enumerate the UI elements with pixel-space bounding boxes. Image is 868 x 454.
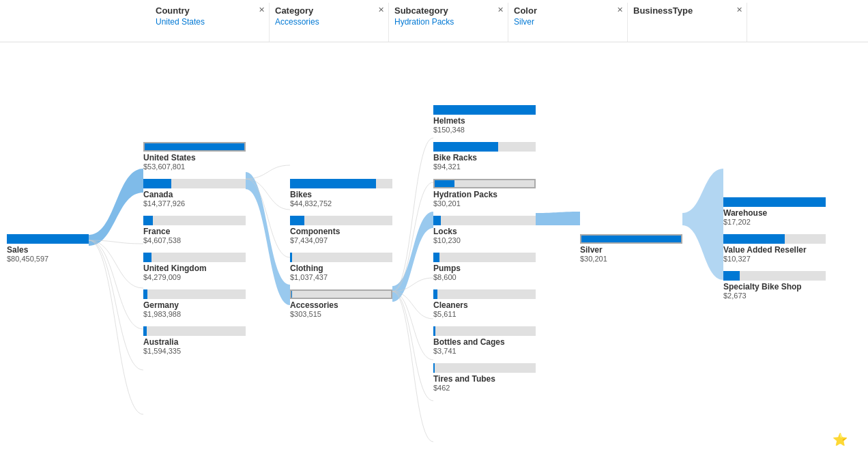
filter-country: Country United States ✕: [150, 3, 270, 42]
category-column: Bikes$44,832,752Components$7,434,097Clot…: [290, 42, 392, 454]
node-value: $30,201: [433, 199, 536, 208]
node-value: $4,607,538: [143, 236, 246, 244]
node-value: $8,600: [433, 273, 536, 281]
node-name: Bike Racks: [433, 153, 536, 162]
node-value: $10,230: [433, 236, 536, 244]
node-value: $1,983,988: [143, 310, 246, 318]
filter-label: BusinessType: [633, 5, 738, 16]
node-value: $5,611: [433, 310, 536, 318]
filter-subcategory: Subcategory Hydration Packs ✕: [389, 3, 508, 42]
node-name: Components: [290, 227, 392, 236]
list-item[interactable]: Specialty Bike Shop$2,673: [723, 271, 826, 300]
list-item[interactable]: Tires and Tubes$462: [433, 363, 536, 392]
node-name: Specialty Bike Shop: [723, 282, 826, 292]
filter-close-icon[interactable]: ✕: [259, 5, 265, 14]
filter-category: Category Accessories ✕: [270, 3, 389, 42]
filter-value: United States: [156, 17, 261, 27]
node-value: $94,321: [433, 162, 536, 171]
node-value: $14,377,926: [143, 199, 246, 208]
node-value: $1,594,335: [143, 347, 246, 355]
node-value: $2,673: [723, 292, 826, 300]
filter-value: Hydration Packs: [394, 17, 500, 27]
sales-value: $80,450,597: [7, 255, 89, 263]
filter-close-icon[interactable]: ✕: [736, 5, 742, 14]
node-name: France: [143, 227, 246, 236]
filter-close-icon[interactable]: ✕: [497, 5, 504, 14]
filter-value: Silver: [514, 17, 619, 27]
node-value: $150,348: [433, 126, 536, 134]
node-name: Tires and Tubes: [433, 374, 536, 384]
filter-label: Country: [156, 5, 261, 16]
node-name: Bikes: [290, 190, 392, 199]
node-name: Australia: [143, 337, 246, 347]
biztype-column: Warehouse$17,202Value Added Reseller$10,…: [723, 42, 826, 454]
node-name: Pumps: [433, 264, 536, 273]
list-item[interactable]: Australia$1,594,335: [143, 326, 246, 355]
list-item[interactable]: Accessories$303,515: [290, 289, 392, 318]
filter-value: Accessories: [275, 17, 380, 27]
filter-close-icon[interactable]: ✕: [378, 5, 384, 14]
list-item[interactable]: Germany$1,983,988: [143, 289, 246, 318]
node-value: $3,741: [433, 347, 536, 355]
list-item[interactable]: Value Added Reseller$10,327: [723, 234, 826, 263]
node-name: Locks: [433, 227, 536, 236]
node-name: Canada: [143, 190, 246, 199]
list-item[interactable]: Warehouse$17,202: [723, 197, 826, 226]
list-item[interactable]: Bottles and Cages$3,741: [433, 326, 536, 355]
node-value: $7,434,097: [290, 236, 392, 244]
node-name: Accessories: [290, 300, 392, 310]
node-value: $53,607,801: [143, 162, 246, 171]
node-name: Value Added Reseller: [723, 245, 826, 255]
filter-label: Category: [275, 5, 380, 16]
node-name: Silver: [580, 245, 682, 255]
node-name: United States: [143, 153, 246, 162]
node-name: United Kingdom: [143, 264, 246, 273]
node-value: $1,037,437: [290, 273, 392, 281]
country-column: United States$53,607,801Canada$14,377,92…: [143, 42, 246, 454]
list-item[interactable]: Clothing$1,037,437: [290, 253, 392, 281]
node-name: Clothing: [290, 264, 392, 273]
filter-label: Color: [514, 5, 619, 16]
color-column: Silver$30,201: [580, 42, 682, 454]
node-name: Hydration Packs: [433, 190, 536, 199]
filter-label: Subcategory: [394, 5, 500, 16]
list-item[interactable]: Helmets$150,348: [433, 105, 536, 134]
list-item[interactable]: United States$53,607,801: [143, 142, 246, 171]
subcategory-column: Helmets$150,348Bike Racks$94,321Hydratio…: [433, 42, 536, 454]
chart-area: Sales $80,450,597 United States$53,607,8…: [0, 42, 868, 454]
node-value: $44,832,752: [290, 199, 392, 208]
list-item[interactable]: Bike Racks$94,321: [433, 142, 536, 171]
node-value: $4,279,009: [143, 273, 246, 281]
list-item[interactable]: Canada$14,377,926: [143, 179, 246, 208]
node-name: Germany: [143, 300, 246, 310]
list-item[interactable]: United Kingdom$4,279,009: [143, 253, 246, 281]
node-value: $303,515: [290, 310, 392, 318]
filter-bar: Country United States ✕ Category Accesso…: [0, 0, 868, 42]
node-value: $462: [433, 384, 536, 392]
list-item[interactable]: Pumps$8,600: [433, 253, 536, 281]
cursor-indicator: ⭐: [833, 432, 848, 447]
list-item[interactable]: Bikes$44,832,752: [290, 179, 392, 208]
filter-close-icon[interactable]: ✕: [617, 5, 623, 14]
node-value: $17,202: [723, 218, 826, 226]
list-item[interactable]: Hydration Packs$30,201: [433, 179, 536, 208]
sales-node: Sales $80,450,597: [7, 234, 89, 263]
node-value: $30,201: [580, 255, 682, 263]
filter-color: Color Silver ✕: [508, 3, 628, 42]
list-item[interactable]: France$4,607,538: [143, 216, 246, 244]
node-name: Cleaners: [433, 300, 536, 310]
sales-label: Sales: [7, 245, 89, 255]
node-name: Bottles and Cages: [433, 337, 536, 347]
list-item[interactable]: Cleaners$5,611: [433, 289, 536, 318]
list-item[interactable]: Locks$10,230: [433, 216, 536, 244]
node-name: Helmets: [433, 116, 536, 126]
filter-businesstype: BusinessType ✕: [628, 3, 747, 42]
list-item[interactable]: Silver$30,201: [580, 234, 682, 263]
list-item[interactable]: Components$7,434,097: [290, 216, 392, 244]
node-value: $10,327: [723, 255, 826, 263]
node-name: Warehouse: [723, 208, 826, 218]
